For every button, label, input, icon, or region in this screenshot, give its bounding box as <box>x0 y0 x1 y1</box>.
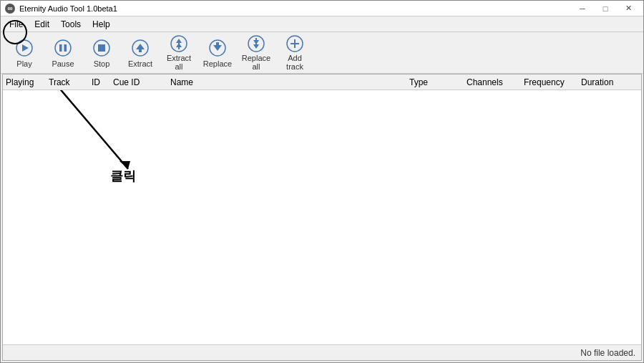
toolbar-btn-stop[interactable]: Stop <box>84 35 119 71</box>
toolbar-btn-addTrack[interactable]: Add track <box>277 35 313 71</box>
toolbar-btn-replace[interactable]: Replace <box>200 35 235 71</box>
table-body: 클릭 <box>3 90 641 344</box>
menu-bar: FileEditToolsHelp <box>1 16 643 32</box>
svg-marker-13 <box>213 42 222 51</box>
svg-rect-4 <box>64 44 67 52</box>
annotation-layer: 클릭 <box>3 90 641 344</box>
addTrack-icon <box>285 35 305 52</box>
menu-item-tools[interactable]: Tools <box>55 18 87 31</box>
status-message: No file loaded. <box>580 348 635 358</box>
extract-icon <box>130 38 150 58</box>
col-header-type: Type <box>409 77 467 87</box>
toolbar-btn-pause[interactable]: Pause <box>45 35 81 71</box>
toolbar-btn-extract-label: Extract <box>128 59 152 68</box>
svg-marker-16 <box>253 42 259 49</box>
table-header: Playing Track ID Cue ID Name Type Channe… <box>3 74 641 90</box>
col-header-duration: Duration <box>581 77 638 87</box>
toolbar-btn-replaceAll[interactable]: Replace all <box>238 35 274 71</box>
toolbar: PlayPauseStopExtractExtract allReplaceRe… <box>1 32 643 74</box>
extractAll-icon <box>169 35 189 52</box>
svg-point-2 <box>55 40 71 56</box>
col-header-name: Name <box>170 77 409 87</box>
app-icon: ∞ <box>5 4 15 14</box>
col-header-id: ID <box>92 77 113 87</box>
play-icon <box>14 38 34 58</box>
close-button[interactable]: ✕ <box>618 1 639 16</box>
col-header-track: Track <box>49 77 92 87</box>
toolbar-btn-pause-label: Pause <box>52 59 74 68</box>
menu-item-help[interactable]: Help <box>87 18 116 31</box>
svg-rect-6 <box>98 44 105 52</box>
title-bar: ∞ Eternity Audio Tool 1.0beta1 ─ □ ✕ <box>1 1 643 16</box>
toolbar-btn-addTrack-label: Add track <box>278 54 311 71</box>
title-controls: ─ □ ✕ <box>572 1 639 16</box>
col-header-playing: Playing <box>6 77 49 87</box>
toolbar-btn-stop-label: Stop <box>94 59 110 68</box>
maximize-button[interactable]: □ <box>595 1 616 16</box>
col-header-cue: Cue ID <box>113 77 170 87</box>
svg-marker-1 <box>22 44 29 52</box>
col-header-frequency: Frequency <box>524 77 581 87</box>
replaceAll-icon <box>246 35 266 52</box>
toolbar-btn-extractAll-label: Extract all <box>162 54 195 71</box>
toolbar-btn-extractAll[interactable]: Extract all <box>161 35 197 71</box>
svg-marker-21 <box>119 161 130 169</box>
content-area: Playing Track ID Cue ID Name Type Channe… <box>2 74 642 361</box>
menu-item-edit[interactable]: Edit <box>29 18 55 31</box>
annotation-text: 클릭 <box>110 168 136 185</box>
status-bar: No file loaded. <box>3 344 641 360</box>
title-text: Eternity Audio Tool 1.0beta1 <box>19 4 117 13</box>
svg-marker-11 <box>176 43 182 49</box>
col-header-channels: Channels <box>467 77 524 87</box>
replace-icon <box>208 38 228 58</box>
svg-rect-3 <box>59 44 62 52</box>
stop-icon <box>92 38 112 58</box>
svg-line-20 <box>14 90 128 169</box>
toolbar-btn-replaceAll-label: Replace all <box>240 54 273 71</box>
annotation-arrow-svg <box>3 90 641 344</box>
pause-icon <box>53 38 73 58</box>
toolbar-btn-play[interactable]: Play <box>6 35 42 71</box>
minimize-button[interactable]: ─ <box>572 1 593 16</box>
toolbar-btn-extract[interactable]: Extract <box>122 35 158 71</box>
svg-marker-8 <box>136 44 145 52</box>
toolbar-btn-replace-label: Replace <box>203 59 232 68</box>
menu-item-file[interactable]: File <box>4 18 29 31</box>
svg-rect-19 <box>291 43 299 44</box>
toolbar-btn-play-label: Play <box>16 59 31 68</box>
